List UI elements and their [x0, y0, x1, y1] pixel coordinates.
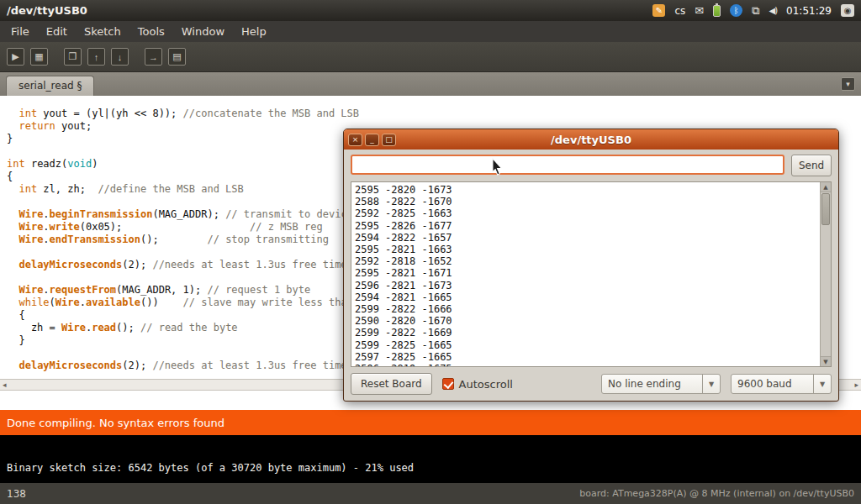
upload-button[interactable]: → — [145, 48, 162, 66]
scroll-down-icon[interactable]: ▼ — [821, 356, 831, 366]
serial-scrollbar[interactable]: ▲ ▼ — [820, 182, 831, 366]
scrollbar-thumb[interactable] — [821, 193, 830, 225]
save-button[interactable]: ↓ — [111, 48, 129, 66]
serial-line: 2588 -2822 -1670 — [355, 196, 817, 207]
serial-controls: Reset Board Autoscroll No line ending ▼ … — [351, 373, 832, 395]
serial-line: 2592 -2818 -1652 — [355, 255, 817, 267]
tabbar: serial_read § ▾ — [0, 72, 861, 96]
serial-line: 2590 -2820 -1670 — [355, 315, 817, 327]
serial-line: 2599 -2822 -1666 — [355, 303, 817, 315]
mail-icon[interactable]: ✉ — [695, 4, 704, 17]
close-button[interactable]: × — [348, 134, 362, 146]
menu-window[interactable]: Window — [174, 23, 232, 40]
top-panel: /dev/ttyUSB0 ✎cs✉ᛒ⧉◀)01:51:29◉ — [0, 0, 861, 21]
panel-window-title: /dev/ttyUSB0 — [0, 4, 87, 17]
serial-monitor-button[interactable]: ▤ — [168, 48, 186, 66]
send-button[interactable]: Send — [791, 155, 832, 176]
autoscroll-checkbox[interactable] — [442, 378, 454, 390]
serial-line: 2595 -2821 -1663 — [355, 244, 817, 255]
toolbar: ▶▦❒↑↓→▤ — [0, 42, 861, 72]
code-line: int yout = (yl|(yh << 8)); //concatenate… — [7, 108, 861, 120]
line-number-indicator: 138 — [7, 488, 26, 500]
session-menu-icon[interactable]: ◉ — [841, 4, 854, 17]
bluetooth-icon[interactable]: ᛒ — [730, 4, 742, 17]
status-footer: 138 board: ATmega328P(A) @ 8 MHz (intern… — [0, 483, 861, 504]
serial-line: 2594 -2821 -1665 — [355, 291, 817, 303]
serial-line: 2597 -2825 -1665 — [355, 351, 817, 363]
new-sketch-button[interactable]: ❒ — [64, 48, 82, 66]
menu-file[interactable]: File — [3, 23, 37, 40]
tab-menu-button[interactable]: ▾ — [841, 77, 855, 91]
serial-monitor-window: ×_□/dev/ttyUSB0 Send 2595 -2820 -1673258… — [343, 129, 839, 402]
menu-tools[interactable]: Tools — [130, 23, 172, 40]
serial-line: 2595 -2821 -1671 — [355, 267, 817, 279]
serial-line: 2596 -2821 -1673 — [355, 280, 817, 291]
serial-line: 2595 -2820 -1673 — [355, 184, 817, 196]
clock-display[interactable]: 01:51:29 — [786, 5, 832, 17]
serial-monitor-title: /dev/ttyUSB0 — [344, 134, 838, 146]
serial-output: 2595 -2820 -16732588 -2822 -16702592 -28… — [355, 184, 817, 366]
serial-line: 2592 -2825 -1663 — [355, 207, 817, 219]
menu-sketch[interactable]: Sketch — [77, 23, 129, 40]
battery-icon[interactable] — [713, 5, 721, 17]
serial-output-area: 2595 -2820 -16732588 -2822 -16702592 -28… — [351, 181, 832, 367]
compile-status-message: Done compiling. No syntax errors found — [7, 417, 224, 429]
console-text: Binary sketch size: 6542 bytes (of a 307… — [7, 462, 414, 474]
menu-edit[interactable]: Edit — [39, 23, 75, 40]
board-info: board: ATmega328P(A) @ 8 MHz (internal) … — [579, 488, 854, 499]
serial-line: 2595 -2826 -1677 — [355, 220, 817, 232]
volume-icon[interactable]: ◀) — [769, 6, 778, 15]
serial-line: 2599 -2825 -1665 — [355, 339, 817, 351]
reset-board-button[interactable]: Reset Board — [351, 373, 432, 395]
notes-icon[interactable]: ✎ — [652, 4, 665, 17]
serial-line: 2594 -2822 -1657 — [355, 232, 817, 244]
open-button[interactable]: ↑ — [87, 48, 105, 66]
menu-help[interactable]: Help — [234, 23, 274, 40]
maximize-button[interactable]: □ — [382, 134, 396, 146]
line-ending-dropdown[interactable]: No line ending ▼ — [601, 374, 721, 394]
verify-button[interactable]: ▶ — [7, 48, 24, 66]
keyboard-layout-indicator[interactable]: cs — [674, 5, 685, 17]
autoscroll-control[interactable]: Autoscroll — [442, 378, 513, 391]
serial-line: 2599 -2822 -1669 — [355, 327, 817, 339]
console-output: Binary sketch size: 6542 bytes (of a 307… — [0, 435, 861, 483]
minimize-button[interactable]: _ — [365, 134, 379, 146]
serial-input-row: Send — [351, 155, 832, 176]
chevron-down-icon[interactable]: ▼ — [813, 375, 831, 393]
autoscroll-label: Autoscroll — [459, 378, 513, 391]
scroll-left-icon[interactable]: ◂ — [3, 381, 7, 389]
compile-status-bar: Done compiling. No syntax errors found — [0, 410, 861, 435]
baud-rate-dropdown[interactable]: 9600 baud ▼ — [731, 374, 832, 394]
scroll-up-icon[interactable]: ▲ — [821, 182, 831, 192]
stop-button[interactable]: ▦ — [30, 48, 48, 66]
network-icon[interactable]: ⧉ — [752, 4, 759, 18]
serial-line: 2596 -2819 -1675 — [355, 363, 817, 366]
chevron-down-icon[interactable]: ▼ — [702, 375, 720, 393]
line-ending-value: No line ending — [602, 378, 702, 390]
menubar: FileEditSketchToolsWindowHelp — [0, 21, 861, 42]
serial-monitor-titlebar[interactable]: ×_□/dev/ttyUSB0 — [344, 129, 838, 150]
serial-input[interactable] — [351, 155, 784, 175]
tab-serial-read[interactable]: serial_read § — [6, 76, 94, 96]
baud-rate-value: 9600 baud — [732, 378, 813, 390]
scroll-right-icon[interactable]: ▸ — [854, 381, 858, 389]
system-tray: ✎cs✉ᛒ⧉◀)01:51:29◉ — [652, 4, 861, 18]
